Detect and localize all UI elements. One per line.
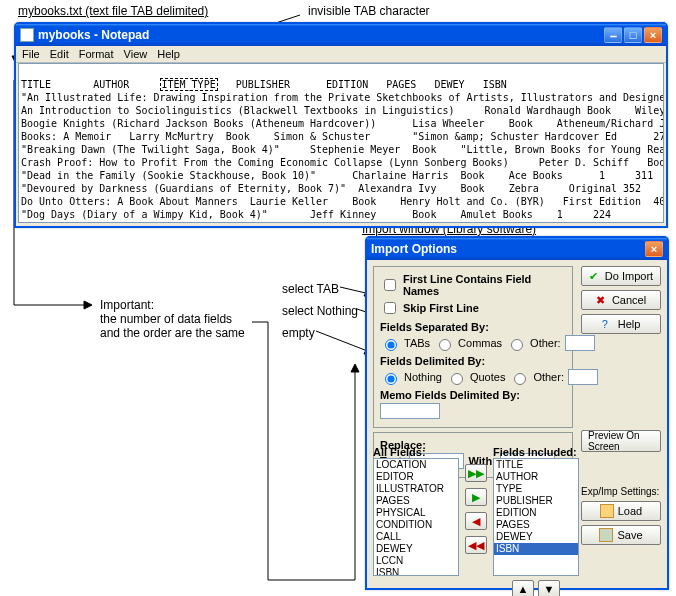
memo-label: Memo Fields Delimited By:	[380, 389, 520, 401]
sep-other-label: Other:	[530, 337, 561, 349]
import-close-button[interactable]: ×	[645, 241, 663, 257]
delim-quotes-radio[interactable]	[451, 373, 463, 385]
notepad-title: mybooks - Notepad	[38, 28, 149, 42]
import-window: Import Options × First Line Contains Fie…	[365, 236, 669, 590]
text-line: Do Unto Otters: A Book About Manners Lau…	[21, 196, 664, 207]
menu-help[interactable]: Help	[157, 48, 180, 60]
first-line-label: First Line Contains Field Names	[403, 273, 566, 297]
first-line-checkbox[interactable]	[384, 279, 396, 291]
text-line: "An Illustrated Life: Drawing Inspiratio…	[21, 92, 664, 103]
list-item[interactable]: ISBN	[494, 543, 578, 555]
options-group: First Line Contains Field Names Skip Fir…	[373, 266, 573, 428]
menu-edit[interactable]: Edit	[50, 48, 69, 60]
do-import-button[interactable]: ✔ Do Import	[581, 266, 661, 286]
list-item[interactable]: EDITION	[494, 507, 578, 519]
delim-quotes-label: Quotes	[470, 371, 505, 383]
check-icon: ✔	[589, 270, 601, 282]
text-line: "Dead in the Family (Sookie Stackhouse, …	[21, 170, 664, 181]
menu-view[interactable]: View	[124, 48, 148, 60]
text-line: Books: A Memoir Larry McMurtry Book Simo…	[21, 131, 664, 142]
list-item[interactable]: EDITOR	[374, 471, 458, 483]
exp-imp-label: Exp/Imp Settings:	[581, 486, 661, 497]
text-line: An Introduction to Sociolinguistics (Bla…	[21, 105, 664, 116]
notepad-titlebar[interactable]: mybooks - Notepad ‒ □ ×	[16, 24, 666, 46]
sep-commas-radio[interactable]	[439, 339, 451, 351]
menu-format[interactable]: Format	[79, 48, 114, 60]
list-item[interactable]: TYPE	[494, 483, 578, 495]
move-down-button[interactable]: ▼	[538, 580, 560, 596]
delim-other-label: Other:	[533, 371, 564, 383]
save-button[interactable]: Save	[581, 525, 661, 545]
x-icon: ✖	[596, 294, 608, 306]
notepad-menubar: File Edit Format View Help	[16, 46, 666, 63]
folder-open-icon	[600, 504, 614, 518]
sep-commas-label: Commas	[458, 337, 502, 349]
maximize-button[interactable]: □	[624, 27, 642, 43]
list-item[interactable]: DEWEY	[494, 531, 578, 543]
notepad-app-icon	[20, 28, 34, 42]
list-item[interactable]: PAGES	[374, 495, 458, 507]
list-item[interactable]: ILLUSTRATOR	[374, 483, 458, 495]
move-buttons: ▶▶ ▶ ◀ ◀◀	[463, 446, 489, 596]
sep-other-input[interactable]	[565, 335, 595, 351]
delim-label: Fields Delimited By:	[380, 355, 485, 367]
import-body: First Line Contains Field Names Skip Fir…	[367, 260, 667, 588]
list-item[interactable]: CALL	[374, 531, 458, 543]
add-all-button[interactable]: ▶	[465, 488, 487, 506]
list-item[interactable]: CONDITION	[374, 519, 458, 531]
list-item[interactable]: LOCATION	[374, 459, 458, 471]
delim-nothing-label: Nothing	[404, 371, 442, 383]
notepad-textarea[interactable]: TITLE AUTHOR ITEM_TYPE PUBLISHER EDITION…	[18, 63, 664, 223]
list-item[interactable]: AUTHOR	[494, 471, 578, 483]
delim-other-input[interactable]	[568, 369, 598, 385]
text-line: "Devoured by Darkness (Guardians of Eter…	[21, 183, 664, 194]
skip-first-checkbox[interactable]	[384, 302, 396, 314]
memo-input[interactable]	[380, 403, 440, 419]
all-fields-label: All Fields:	[373, 446, 459, 458]
remove-field-button[interactable]: ◀	[465, 512, 487, 530]
add-field-button[interactable]: ▶▶	[465, 464, 487, 482]
cancel-button[interactable]: ✖ Cancel	[581, 290, 661, 310]
list-item[interactable]: PAGES	[494, 519, 578, 531]
text-line: "Dog Days (Diary of a Wimpy Kid, Book 4)…	[21, 209, 664, 220]
all-fields-list[interactable]: LOCATIONEDITORILLUSTRATORPAGESPHYSICALCO…	[373, 458, 459, 576]
delim-other-radio[interactable]	[514, 373, 526, 385]
sep-tabs-label: TABs	[404, 337, 430, 349]
preview-button[interactable]: Preview On Screen	[581, 430, 661, 452]
fields-included-list[interactable]: TITLEAUTHORTYPEPUBLISHEREDITIONPAGESDEWE…	[493, 458, 579, 576]
list-item[interactable]: PHYSICAL	[374, 507, 458, 519]
remove-all-button[interactable]: ◀◀	[465, 536, 487, 554]
skip-first-label: Skip First Line	[403, 302, 479, 314]
svg-marker-11	[351, 364, 359, 372]
disk-icon	[599, 528, 613, 542]
sep-label: Fields Separated By:	[380, 321, 489, 333]
notepad-window: mybooks - Notepad ‒ □ × File Edit Format…	[14, 22, 668, 228]
list-item[interactable]: ISBN	[374, 567, 458, 576]
help-icon: ?	[602, 318, 614, 330]
action-buttons: ✔ Do Import ✖ Cancel ? Help	[581, 266, 661, 334]
sep-tabs-radio[interactable]	[385, 339, 397, 351]
close-button[interactable]: ×	[644, 27, 662, 43]
field-lists: All Fields: LOCATIONEDITORILLUSTRATORPAG…	[373, 446, 579, 596]
text-line: "Eldest (Inheritance, Book 2)" Christoph…	[21, 222, 664, 223]
list-item[interactable]: LCCN	[374, 555, 458, 567]
list-item[interactable]: DEWEY	[374, 543, 458, 555]
list-item[interactable]: PUBLISHER	[494, 495, 578, 507]
svg-line-16	[316, 331, 370, 352]
sep-other-radio[interactable]	[511, 339, 523, 351]
text-line: Crash Proof: How to Profit From the Comi…	[21, 157, 664, 168]
import-titlebar[interactable]: Import Options ×	[367, 238, 667, 260]
fields-included-label: Fields Included:	[493, 446, 579, 458]
minimize-button[interactable]: ‒	[604, 27, 622, 43]
delim-nothing-radio[interactable]	[385, 373, 397, 385]
import-title: Import Options	[371, 242, 457, 256]
list-item[interactable]: TITLE	[494, 459, 578, 471]
help-button[interactable]: ? Help	[581, 314, 661, 334]
text-line: "Breaking Dawn (The Twilight Saga, Book …	[21, 144, 664, 155]
menu-file[interactable]: File	[22, 48, 40, 60]
svg-marker-6	[84, 301, 92, 309]
move-up-button[interactable]: ▲	[512, 580, 534, 596]
load-button[interactable]: Load	[581, 501, 661, 521]
right-extras: Preview On Screen Exp/Imp Settings: Load…	[581, 430, 661, 545]
text-line: Boogie Knights (Richard Jackson Books (A…	[21, 118, 664, 129]
